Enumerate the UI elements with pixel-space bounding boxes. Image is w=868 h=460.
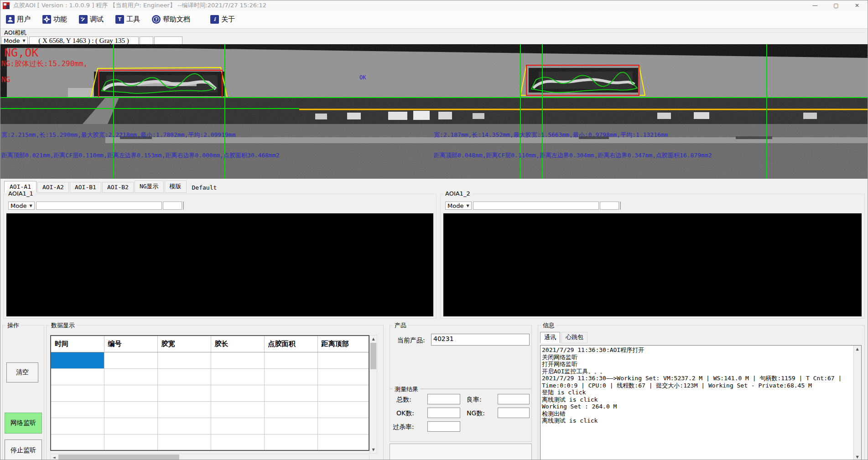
svg-text:T: T: [118, 16, 122, 22]
table-row[interactable]: [51, 385, 369, 401]
total-field: [427, 394, 460, 404]
close-button[interactable]: ✕: [847, 0, 868, 10]
table-horizontal-scrollbar[interactable]: ◄: [50, 454, 369, 460]
scroll-down-icon[interactable]: ▼: [854, 454, 861, 460]
tab-aoi-a2[interactable]: AOI-A2: [37, 182, 69, 193]
inspection-result-text: NG,OK: [4, 46, 38, 59]
panel2-mode-dropdown[interactable]: Mode ▼: [445, 202, 472, 210]
log-line: Time:0:0:9 | CPU:0 | 线程数:67 | 提交大小:123M …: [542, 382, 852, 389]
panel2-aux-field[interactable]: [600, 202, 619, 210]
panel2-image-view[interactable]: [443, 213, 862, 316]
tab-comm[interactable]: 通讯: [540, 332, 560, 343]
results-group: 测量结果 总数: 良率: OK数: NG数: 过杀率:: [390, 389, 532, 442]
tab-default[interactable]: Default: [187, 183, 222, 193]
camera-image-view[interactable]: NG,OK NG:胶体过长:15.290mm, NG OK 宽:2.215mm,…: [0, 44, 868, 179]
current-product-field[interactable]: 40231: [431, 334, 530, 346]
tab-template[interactable]: 模版: [165, 181, 187, 193]
product-group-label: 产品: [393, 321, 408, 330]
data-display-group: 数据显示 时间 编号 胶宽 胶长 点胶面积 距离顶部: [46, 325, 384, 460]
tab-ng-display[interactable]: NG显示: [135, 181, 164, 193]
aoi-tab-strip: AOI-A1 AOI-A2 AOI-B1 AOI-B2 NG显示 模版 Defa…: [4, 181, 221, 193]
about-icon: i: [210, 15, 219, 24]
left-stats-line1: 宽:2.215mm,长:15.290mm,最大胶宽:2.2218mm,最小:1.…: [1, 131, 236, 139]
tab-aoi-b1[interactable]: AOI-B1: [70, 182, 101, 193]
menu-user[interactable]: 用户: [4, 13, 32, 26]
info-tab-strip: 通讯 心跳包: [540, 332, 587, 343]
minimize-button[interactable]: —: [805, 0, 826, 10]
ok-label-text: OK: [359, 74, 366, 81]
log-scrollbar[interactable]: ▲ ▼: [853, 346, 861, 460]
log-line: 离线测试 is click: [542, 396, 852, 403]
col-glue-length[interactable]: 胶长: [211, 336, 264, 352]
log-line: 检测出错: [542, 410, 852, 418]
panel1-aux-field-2[interactable]: [183, 202, 184, 210]
table-hscroll-thumb[interactable]: [58, 455, 179, 460]
tab-heartbeat[interactable]: 心跳包: [561, 332, 587, 343]
ng-label-text: NG: [1, 75, 10, 84]
panel2-aux-field-2[interactable]: [620, 202, 621, 210]
operate-group: 操作 清空 网络监听 停止监听: [2, 325, 44, 460]
maximize-button[interactable]: ▢: [826, 0, 847, 10]
menu-about[interactable]: i 关于: [208, 13, 237, 26]
panel1-aux-field[interactable]: [163, 202, 182, 210]
svg-text:?: ?: [155, 17, 157, 22]
right-stats-line2: 距离顶部0.048mm,距离CF层0.110mm,距离左边界0.304mm,距离…: [434, 151, 712, 160]
panel1-image-view[interactable]: [6, 213, 433, 316]
panel1-mode-dropdown[interactable]: Mode ▼: [8, 202, 35, 210]
network-listen-button[interactable]: 网络监听: [5, 413, 42, 434]
clear-button[interactable]: 清空: [6, 362, 38, 382]
table-row[interactable]: [51, 434, 369, 450]
menu-help[interactable]: ? 帮助文档: [150, 13, 192, 26]
table-row[interactable]: [51, 368, 369, 385]
product-group: 产品 当前产品: 40231: [390, 325, 532, 389]
table-row[interactable]: [51, 352, 369, 368]
comm-log-area[interactable]: 2021/7/29 11:36:30:AOI程序打开 关闭网络监听 打开网络监听…: [540, 345, 862, 460]
help-icon: ?: [152, 15, 161, 24]
col-id[interactable]: 编号: [104, 336, 157, 352]
menu-debug[interactable]: 调试: [77, 13, 105, 26]
yield-label: 良率:: [467, 396, 482, 404]
measurement-table: 时间 编号 胶宽 胶长 点胶面积 距离顶部: [50, 335, 369, 451]
wrench-icon: [79, 15, 88, 24]
table-vertical-scrollbar[interactable]: ▲ ▼: [369, 335, 377, 454]
menu-tools[interactable]: T 工具: [114, 13, 142, 26]
toolbar: 用户 功能 调试 T 工具 ? 帮助文档: [0, 10, 868, 29]
table-row[interactable]: [51, 418, 369, 434]
svg-text:i: i: [213, 16, 216, 22]
col-time[interactable]: 时间: [51, 336, 104, 352]
ng-count-field: [498, 408, 530, 418]
info-group-label: 信息: [541, 321, 556, 330]
selected-cell[interactable]: [51, 352, 104, 368]
chevron-down-icon: ▼: [22, 39, 25, 43]
results-group-label: 测量结果: [393, 385, 420, 393]
ng-count-label: NG数:: [467, 409, 485, 418]
stop-listen-button[interactable]: 停止监听: [5, 439, 42, 460]
table-vscroll-thumb[interactable]: [370, 343, 376, 369]
scroll-up-icon[interactable]: ▲: [854, 346, 861, 352]
camera-aux-field-2[interactable]: [154, 36, 182, 45]
info-group: 信息 通讯 心跳包 2021/7/29 11:36:30:AOI程序打开 关闭网…: [538, 325, 865, 460]
data-display-group-label: 数据显示: [49, 321, 77, 330]
tab-aoi-b2[interactable]: AOI-B2: [102, 182, 134, 193]
col-dist-top[interactable]: 距离顶部: [317, 336, 369, 352]
panel-aoia1-2: AOIA1_2 Mode ▼: [440, 194, 865, 319]
panel1-readout-field: [36, 202, 162, 210]
menu-function[interactable]: 功能: [41, 13, 69, 26]
log-line: 2021/7/29 11:36:30——>Working Set: VM:523…: [542, 375, 852, 382]
log-line: 登陆 is click: [542, 389, 852, 396]
col-glue-width[interactable]: 胶宽: [157, 336, 211, 352]
chevron-down-icon: ▼: [29, 204, 32, 208]
operate-group-label: 操作: [5, 321, 21, 330]
camera-mode-dropdown[interactable]: Mode ▼: [1, 36, 28, 45]
table-row[interactable]: [51, 401, 369, 418]
panel-aoia1-1: AOIA1_1 Mode ▼: [3, 194, 437, 319]
log-line: 关闭网络监听: [542, 354, 852, 361]
log-line: 离线测试 is click: [542, 417, 852, 424]
pixel-readout-field: ( X 6568, Y 1463 ) : ( Gray 135 ): [29, 36, 139, 45]
scroll-up-icon[interactable]: ▲: [370, 336, 377, 342]
scroll-down-icon[interactable]: ▼: [370, 446, 377, 453]
col-glue-area[interactable]: 点胶面积: [264, 336, 317, 352]
camera-aux-field-1[interactable]: [140, 36, 153, 45]
scroll-left-icon[interactable]: ◄: [51, 454, 57, 460]
log-line: 打开网络监听: [542, 361, 852, 368]
